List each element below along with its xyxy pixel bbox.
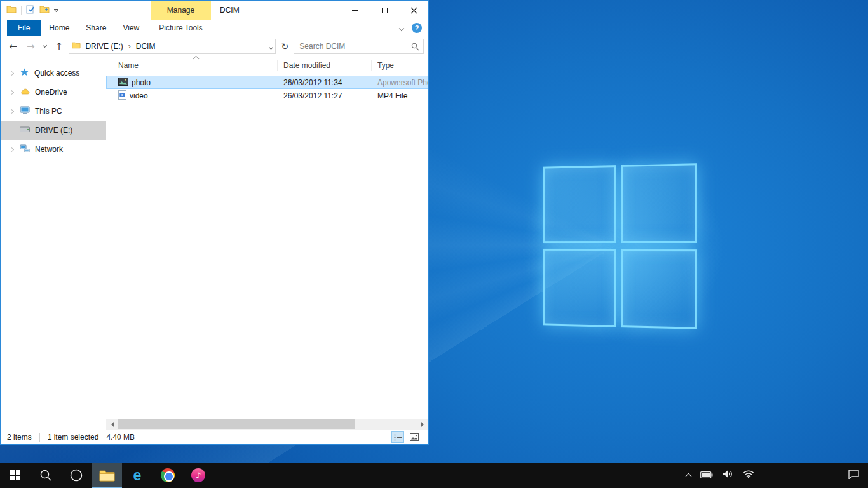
file-type: MP4 File: [372, 92, 428, 100]
scroll-right-button[interactable]: [417, 419, 428, 430]
search-icon[interactable]: [411, 43, 419, 53]
back-button[interactable]: ←: [5, 39, 21, 54]
this-pc-icon: [20, 106, 30, 117]
sidebar-item-drive-e[interactable]: DRIVE (E:): [1, 121, 106, 140]
tab-home[interactable]: Home: [41, 20, 78, 36]
windows-logo-pane: [621, 163, 697, 243]
windows-logo-pane: [543, 249, 615, 327]
sidebar-item-quick-access[interactable]: Quick access: [1, 64, 106, 83]
file-row-photo[interactable]: photo 26/03/2012 11:34 Apowersoft Pho: [106, 76, 428, 89]
cortana-button[interactable]: [61, 463, 92, 488]
sidebar-item-network[interactable]: Network: [1, 140, 106, 159]
tab-picture-tools[interactable]: Picture Tools: [151, 20, 211, 36]
tab-share[interactable]: Share: [78, 20, 114, 36]
column-header-date-modified[interactable]: Date modified: [278, 60, 372, 71]
thumbnail-view-button[interactable]: [408, 431, 421, 443]
itunes-icon: ♪: [191, 468, 205, 482]
quick-access-toolbar: [1, 5, 58, 16]
search-input[interactable]: [294, 39, 423, 53]
status-bar: 2 items 1 item selected 4.40 MB: [1, 430, 428, 444]
contextual-tab-group-manage[interactable]: Manage: [151, 1, 211, 20]
help-button[interactable]: ?: [412, 23, 422, 33]
window-title: DCIM: [220, 1, 240, 20]
folder-icon[interactable]: [6, 5, 17, 15]
navigation-pane: Quick access OneDrive This PC: [1, 56, 106, 430]
file-row-video[interactable]: video 26/03/2012 11:27 MP4 File: [106, 89, 428, 102]
file-name: video: [130, 92, 148, 100]
internet-explorer-icon: e: [133, 468, 142, 483]
expand-chevron-icon[interactable]: [7, 91, 16, 94]
close-button[interactable]: [399, 1, 428, 20]
close-icon: [410, 7, 417, 14]
address-bar[interactable]: DRIVE (E:) › DCIM: [69, 39, 276, 54]
network-icon: [20, 144, 30, 155]
address-bar-row: ← → ↑ DRIVE (E:) › DCIM ↻: [1, 36, 428, 56]
taskbar-itunes-button[interactable]: ♪: [183, 463, 214, 488]
minimize-icon: [352, 10, 358, 11]
search-box: [294, 39, 424, 54]
file-type: Apowersoft Pho: [372, 78, 428, 87]
sidebar-item-onedrive[interactable]: OneDrive: [1, 83, 106, 102]
column-header-name[interactable]: Name: [106, 60, 278, 71]
battery-icon[interactable]: [700, 470, 713, 481]
expand-chevron-icon[interactable]: [7, 148, 16, 151]
scroll-left-icon: [109, 422, 114, 427]
show-hidden-icons-chevron[interactable]: [686, 473, 692, 480]
photo-file-icon: [118, 78, 128, 88]
taskbar-chrome-button[interactable]: [153, 463, 183, 488]
address-dropdown-chevron[interactable]: [269, 42, 273, 51]
volume-icon[interactable]: [722, 470, 733, 481]
network-wifi-icon[interactable]: [743, 470, 754, 481]
new-folder-icon[interactable]: [39, 5, 50, 15]
sidebar-item-label: This PC: [34, 107, 62, 116]
maximize-button[interactable]: [370, 1, 399, 20]
sidebar-item-this-pc[interactable]: This PC: [1, 102, 106, 121]
taskbar: e ♪: [0, 463, 868, 488]
scroll-left-button[interactable]: [106, 419, 117, 430]
scrollbar-thumb[interactable]: [118, 419, 355, 429]
selection-count: 1 item selected: [48, 433, 99, 442]
forward-button[interactable]: →: [23, 39, 39, 54]
expand-ribbon-chevron-icon[interactable]: [400, 24, 403, 32]
customize-quick-access-chevron[interactable]: [54, 9, 58, 11]
sidebar-item-label: OneDrive: [34, 88, 67, 97]
toolbar-separator: [21, 6, 22, 15]
properties-icon[interactable]: [26, 5, 35, 16]
tab-view[interactable]: View: [114, 20, 147, 36]
tab-file[interactable]: File: [7, 20, 41, 36]
minimize-button[interactable]: [341, 1, 370, 20]
taskbar-search-button[interactable]: [31, 463, 61, 488]
scroll-right-icon: [421, 422, 426, 427]
breadcrumb-drive[interactable]: DRIVE (E:): [81, 39, 127, 53]
action-center-icon[interactable]: [848, 470, 859, 482]
video-file-icon: [118, 90, 126, 102]
file-rows: photo 26/03/2012 11:34 Apowersoft Pho vi…: [106, 74, 428, 419]
file-explorer-icon: [99, 469, 115, 482]
refresh-button[interactable]: ↻: [278, 39, 292, 54]
file-date-modified: 26/03/2012 11:34: [278, 78, 372, 87]
expand-chevron-icon[interactable]: [7, 72, 16, 75]
horizontal-scrollbar[interactable]: [106, 419, 428, 430]
system-tray: [686, 470, 868, 482]
details-view-button[interactable]: [391, 431, 404, 443]
drive-icon: [20, 126, 30, 135]
chrome-icon: [161, 468, 175, 482]
breadcrumb-current-folder[interactable]: DCIM: [132, 39, 160, 53]
item-count: 2 items: [7, 433, 32, 442]
taskbar-file-explorer-button[interactable]: [92, 463, 122, 488]
thumbnail-view-icon: [410, 433, 419, 441]
taskbar-internet-explorer-button[interactable]: e: [122, 463, 153, 488]
title-bar[interactable]: Manage DCIM: [1, 1, 428, 20]
onedrive-cloud-icon: [20, 88, 30, 97]
windows-logo-pane: [543, 165, 615, 243]
sidebar-item-label: DRIVE (E:): [34, 126, 72, 135]
window-controls: [341, 1, 428, 20]
recent-locations-chevron[interactable]: [41, 39, 50, 54]
expand-chevron-icon[interactable]: [7, 110, 16, 113]
maximize-icon: [382, 8, 388, 13]
column-header-type[interactable]: Type: [372, 60, 428, 71]
start-button[interactable]: [0, 463, 31, 488]
up-button[interactable]: ↑: [51, 39, 67, 54]
selection-size: 4.40 MB: [106, 433, 135, 442]
search-icon: [39, 469, 52, 482]
